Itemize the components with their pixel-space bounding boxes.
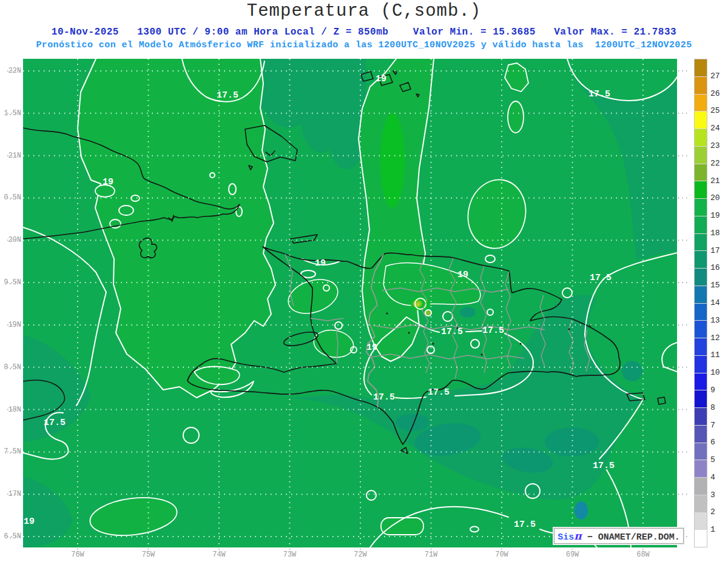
colorbar-tick-label: 24: [710, 124, 720, 133]
contour-label: 17.5: [373, 392, 395, 403]
colorbar-tick-label: 26: [710, 89, 720, 99]
contour-label: 17.5: [590, 273, 612, 283]
contour-label: 17.5: [441, 327, 463, 337]
weather-map-page: Temperatura (C,somb.) 10-Nov-2025 1300 U…: [0, 0, 728, 562]
lat-axis-label: 22N: [0, 67, 21, 75]
colorbar-tick-label: 8: [710, 403, 715, 413]
lon-axis-label: 73W: [277, 550, 303, 559]
colorbar-tick-label: 25: [710, 106, 720, 116]
contour-label: 17.5: [482, 326, 504, 336]
lon-axis-label: 71W: [418, 550, 445, 559]
colorbar-tick-label: 7: [710, 421, 715, 430]
colorbar-tick-label: 11: [710, 350, 720, 360]
colorbar-tick-label: 27: [710, 72, 720, 81]
colorbar-tick-label: 15: [710, 281, 720, 290]
band-20-21-tongue-core: [380, 113, 405, 208]
contour-label: 19: [103, 177, 113, 187]
colorbar-tick-label: 18: [710, 229, 720, 238]
lon-axis-label: 70W: [488, 550, 515, 559]
colorbar-block: [695, 478, 707, 495]
colorbar-block: [695, 181, 707, 198]
colorbar-tick-label: 22: [710, 159, 720, 169]
colorbar-tick-label: 14: [710, 298, 720, 308]
colorbar-block: [695, 95, 707, 112]
lat-axis-label: 20N: [0, 236, 21, 244]
lon-axis-label: 69W: [559, 550, 586, 559]
colorbar-tick-label: 10: [710, 368, 720, 378]
contour-label: 19: [24, 517, 35, 527]
contour-label: 17.5: [44, 418, 66, 428]
colorbar-block: [695, 530, 707, 547]
colorbar-block: [695, 59, 707, 76]
colorbar-tick-label: 9: [710, 386, 715, 395]
contour-label: 19: [315, 258, 326, 269]
colorbar-tick-label: 16: [710, 263, 720, 273]
lat-axis-label: 19N: [0, 321, 21, 329]
lat-axis-label: 6.5N: [0, 532, 21, 541]
colorbar-tick-label: 12: [710, 333, 720, 343]
lat-axis-label: 21N: [0, 152, 21, 160]
colorbar-block: [695, 408, 707, 425]
temperature-map: [23, 59, 677, 547]
colorbar-tick-label: 6: [710, 438, 715, 447]
lat-axis-label: 7.5N: [0, 447, 21, 456]
lat-axis-label: 17N: [0, 490, 21, 498]
colorbar-block: [695, 129, 707, 146]
colorbar-tick-label: 13: [710, 316, 720, 326]
colorbar-block: [695, 426, 707, 443]
colorbar-block: [695, 251, 707, 268]
lat-axis-label: 8.5N: [0, 363, 21, 372]
lon-axis-label: 76W: [64, 550, 91, 559]
colorbar-block: [695, 390, 707, 407]
colorbar-block: [695, 513, 707, 530]
colorbar-block: [695, 356, 707, 373]
colorbar-tick-label: 20: [710, 193, 720, 203]
contour-label: 19: [366, 343, 377, 353]
colorbar-tick-label: 4: [710, 473, 715, 483]
pi-logo-icon: π: [574, 530, 581, 542]
colorbar-block: [695, 147, 707, 164]
colorbar-block: [695, 234, 707, 251]
colorbar-block: [695, 321, 707, 338]
subtitle-valid-time: 10-Nov-2025 1300 UTC / 9:00 am Hora Loca…: [0, 27, 728, 38]
contour-label: 17.5: [428, 387, 450, 398]
contour-label: 17.5: [514, 520, 536, 530]
colorbar-tick-label: 19: [710, 211, 720, 221]
colorbar-block: [695, 460, 707, 477]
lat-axis-label: 18N: [0, 406, 21, 414]
colorbar-block: [695, 373, 707, 390]
colorbar-block: [695, 304, 707, 321]
colorbar-tick-label: 17: [710, 246, 720, 256]
onamet-branding-badge: Sisπ − ONAMET/REP.DOM.: [554, 528, 684, 544]
colorbar-block: [695, 443, 707, 460]
contour-label: 19: [376, 74, 386, 84]
colorbar-block: [695, 77, 707, 94]
lat-axis-label: 9.5N: [0, 278, 21, 287]
contour-label: 17.5: [217, 90, 238, 101]
colorbar-tick-label: 3: [710, 490, 715, 500]
colorbar-tick-label: 23: [710, 141, 720, 151]
sis-logo-text: Sis: [558, 532, 574, 543]
page-title: Temperatura (C,somb.): [0, 1, 728, 21]
colorbar-block: [695, 216, 707, 233]
subtitle-model-info: Pronóstico con el Modelo Atmósferico WRF…: [0, 40, 728, 50]
colorbar-tick-label: 1: [710, 525, 715, 535]
lon-axis-label: 68W: [630, 550, 656, 559]
colorbar-block: [695, 164, 707, 181]
lat-axis-label: 1.5N: [0, 109, 21, 118]
colorbar-tick-label: 5: [710, 455, 715, 465]
lon-axis-label: 75W: [135, 550, 162, 559]
contour-label: 19: [457, 270, 468, 280]
colorbar-tick-label: 21: [710, 176, 720, 186]
org-label: − ONAMET/REP.DOM.: [582, 532, 680, 543]
colorbar-block: [695, 199, 707, 216]
colorbar: [694, 59, 707, 547]
lon-axis-label: 72W: [347, 550, 374, 559]
lat-axis-label: 0.5N: [0, 193, 21, 202]
colorbar-block: [695, 286, 707, 303]
colorbar-block: [695, 338, 707, 355]
contour-label: 17.5: [588, 89, 610, 99]
contour-label: 17.5: [593, 461, 615, 471]
band-15-16-fill: [575, 501, 588, 520]
colorbar-block: [695, 112, 707, 129]
